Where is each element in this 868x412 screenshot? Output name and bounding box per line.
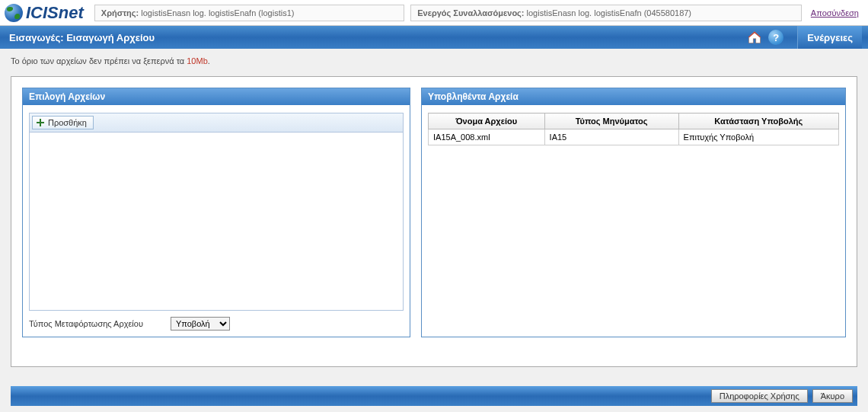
logo-text: ICISnet — [26, 3, 84, 23]
page-title: Εισαγωγές: Εισαγωγή Αρχείου — [6, 32, 747, 43]
trader-value: logistisEnasn log. logistisEnafn (045580… — [527, 8, 691, 18]
user-info-box: Χρήστης: logistisEnasn log. logistisEnaf… — [94, 5, 404, 21]
col-status: Κατάσταση Υποβολής — [678, 113, 838, 129]
info-prefix: Το όριο των αρχείων δεν πρέπει να ξεπερν… — [11, 56, 187, 65]
file-selection-panel: Επιλογή Αρχείων Προσθήκη Τύπος Μεταφόρτω… — [22, 88, 410, 337]
upload-type-label: Τύπος Μεταφόρτωσης Αρχείου — [29, 319, 143, 328]
add-file-button[interactable]: Προσθήκη — [32, 116, 94, 129]
file-selection-header: Επιλογή Αρχείων — [23, 88, 410, 105]
col-filename: Όνομα Αρχείου — [429, 113, 545, 129]
user-value: logistisEnasn log. logistisEnafn (logist… — [141, 8, 294, 18]
footer-bar: Πληροφορίες Χρήσης Άκυρο — [11, 386, 857, 406]
submitted-files-table: Όνομα Αρχείου Τύπος Μηνύματος Κατάσταση … — [428, 113, 839, 145]
active-trader-box: Ενεργός Συναλλασόμενος: logistisEnasn lo… — [410, 5, 802, 21]
cell-msgtype: IA15 — [544, 129, 678, 145]
trader-label: Ενεργός Συναλλασόμενος: — [417, 8, 524, 18]
add-file-label: Προσθήκη — [48, 118, 87, 127]
info-limit: 10Mb — [187, 56, 208, 65]
cell-filename: IA15A_008.xml — [429, 129, 545, 145]
file-limit-info: Το όριο των αρχείων δεν πρέπει να ξεπερν… — [0, 49, 868, 73]
upload-type-select[interactable]: Υποβολή — [171, 317, 230, 331]
user-label: Χρήστης: — [101, 8, 139, 18]
info-suffix: . — [208, 56, 210, 65]
selected-files-area — [29, 133, 404, 311]
submitted-files-panel: Υποβληθέντα Αρχεία Όνομα Αρχείου Τύπος Μ… — [421, 88, 846, 337]
cell-status: Επιτυχής Υποβολή — [678, 129, 838, 145]
cancel-button[interactable]: Άκυρο — [812, 389, 853, 403]
submitted-files-header: Υποβληθέντα Αρχεία — [422, 88, 845, 105]
app-logo: ICISnet — [3, 3, 91, 23]
plus-icon — [36, 118, 45, 127]
home-icon[interactable] — [747, 30, 762, 45]
actions-button[interactable]: Ενέργειες — [797, 26, 862, 49]
usage-info-button[interactable]: Πληροφορίες Χρήσης — [711, 389, 808, 403]
help-icon[interactable]: ? — [768, 30, 783, 45]
logout-link[interactable]: Αποσύνδεση — [805, 8, 865, 18]
table-row: IA15A_008.xml IA15 Επιτυχής Υποβολή — [429, 129, 839, 145]
globe-icon — [5, 4, 23, 22]
col-msgtype: Τύπος Μηνύματος — [544, 113, 678, 129]
